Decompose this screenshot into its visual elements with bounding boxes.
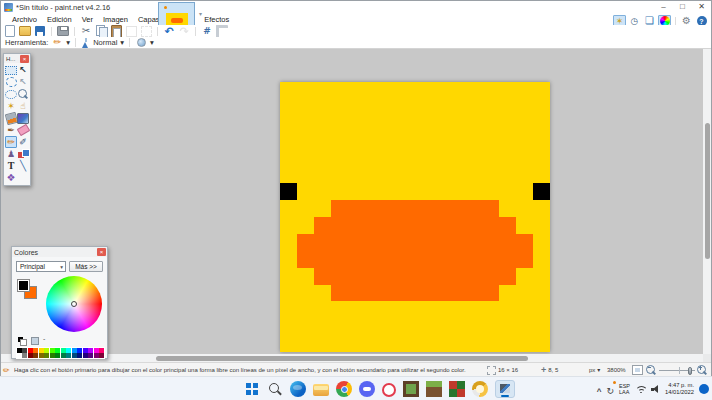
menu-item-ver[interactable]: Ver — [77, 14, 98, 25]
color-wheel-crosshair-icon[interactable] — [71, 301, 77, 307]
menu-item-archivo[interactable]: Archivo — [7, 14, 42, 25]
chrome-icon[interactable] — [336, 381, 352, 397]
color-mode-select[interactable]: Principal — [16, 261, 66, 272]
zoom-to-window-button[interactable] — [632, 363, 643, 377]
palette-swatch[interactable] — [72, 348, 77, 353]
palette-swatch[interactable] — [66, 353, 71, 358]
reset-colors-icon[interactable] — [18, 337, 27, 346]
palette-swatch[interactable] — [17, 348, 22, 353]
palette-swatch[interactable] — [28, 353, 33, 358]
color-wheel[interactable] — [46, 276, 102, 332]
drawing-canvas[interactable] — [280, 82, 550, 352]
palette-swatch[interactable] — [44, 348, 49, 353]
opera-icon[interactable] — [382, 383, 396, 397]
tiles-app-icon[interactable] — [449, 381, 465, 397]
palette-swatch[interactable] — [55, 348, 60, 353]
close-button[interactable]: ✕ — [692, 1, 711, 14]
zoom-out-button[interactable] — [646, 363, 657, 377]
palette-swatch[interactable] — [33, 353, 38, 358]
tool-move-selection[interactable] — [17, 76, 29, 88]
open-file-icon[interactable] — [19, 25, 31, 37]
palette-swatch[interactable] — [39, 353, 44, 358]
tools-panel-titlebar[interactable]: H... × — [4, 54, 30, 63]
cut-icon[interactable] — [80, 25, 92, 37]
blend-dropdown-caret-icon[interactable] — [120, 38, 124, 47]
wifi-icon[interactable] — [635, 385, 646, 393]
paste-icon[interactable] — [110, 25, 122, 37]
palette-swatch[interactable] — [44, 353, 49, 358]
zoom-slider-thumb[interactable] — [688, 367, 692, 375]
antialias-dropdown-caret-icon[interactable] — [150, 38, 154, 47]
tool-paintbrush[interactable] — [5, 124, 17, 136]
search-icon[interactable] — [267, 381, 283, 397]
vertical-scrollbar[interactable] — [703, 49, 711, 354]
palette-swatch[interactable] — [61, 348, 66, 353]
print-icon[interactable] — [57, 25, 69, 37]
palette-swatch[interactable] — [72, 353, 77, 358]
primary-color-swatch[interactable] — [17, 279, 30, 292]
document-list-caret-icon[interactable] — [199, 10, 202, 17]
tool-paint-bucket[interactable] — [5, 112, 17, 124]
palette-swatch[interactable] — [61, 353, 66, 358]
palette-swatch[interactable] — [22, 353, 27, 358]
palette-swatch[interactable] — [99, 353, 104, 358]
save-icon[interactable] — [34, 25, 46, 37]
palette-swatch[interactable] — [50, 348, 55, 353]
colors-panel-titlebar[interactable]: Colores × — [12, 247, 107, 257]
tray-overflow-chevron-icon[interactable] — [597, 380, 602, 398]
tool-pan[interactable] — [17, 100, 29, 112]
more-colors-button[interactable]: Más >> — [69, 261, 103, 272]
volume-icon[interactable] — [651, 385, 660, 393]
file-explorer-icon[interactable] — [313, 384, 329, 396]
palette-swatch[interactable] — [88, 353, 93, 358]
tool-dropdown-caret-icon[interactable] — [66, 38, 70, 47]
tool-color-picker[interactable] — [17, 136, 29, 148]
new-file-icon[interactable] — [4, 25, 16, 37]
palette-swatch[interactable] — [50, 353, 55, 358]
minecraft-icon[interactable] — [403, 381, 419, 397]
horizontal-scrollbar-thumb[interactable] — [156, 356, 528, 361]
tool-gradient[interactable] — [17, 112, 29, 124]
undo-icon[interactable] — [163, 25, 175, 37]
palette-swatch[interactable] — [99, 348, 104, 353]
hue-box-icon[interactable] — [31, 337, 39, 345]
palette-swatch[interactable] — [28, 348, 33, 353]
palette-swatch[interactable] — [94, 353, 99, 358]
palette-swatch[interactable] — [17, 353, 22, 358]
palette-swatch[interactable] — [39, 348, 44, 353]
tool-eraser[interactable] — [17, 124, 29, 136]
menu-item-edicion[interactable]: Edición — [42, 14, 77, 25]
notification-badge-icon[interactable] — [699, 384, 709, 394]
palette-swatch[interactable] — [88, 348, 93, 353]
grid-icon[interactable] — [201, 25, 213, 37]
zoom-slider[interactable] — [659, 363, 695, 377]
palette-swatch[interactable] — [22, 348, 27, 353]
palette-swatch[interactable] — [94, 348, 99, 353]
sync-tray-icon[interactable] — [606, 380, 614, 398]
clock[interactable]: 4:47 p. m. 14/01/2022 — [665, 382, 694, 396]
colors-panel-close-icon[interactable]: × — [97, 248, 106, 256]
edge-icon[interactable] — [290, 381, 306, 397]
document-tab[interactable] — [158, 2, 195, 27]
chrome-alt-icon[interactable] — [472, 381, 488, 397]
tool-rectangle-select[interactable] — [5, 64, 17, 76]
palette-swatch[interactable] — [77, 353, 82, 358]
vertical-scrollbar-thumb[interactable] — [705, 123, 710, 259]
minimize-button[interactable]: – — [654, 1, 673, 14]
copy-icon[interactable] — [95, 25, 107, 37]
current-tool-pencil-icon[interactable] — [51, 37, 63, 49]
tool-ellipse-select[interactable] — [5, 88, 17, 100]
tool-line-curve[interactable] — [17, 160, 29, 172]
discord-icon[interactable] — [359, 381, 375, 397]
palette-swatch[interactable] — [55, 353, 60, 358]
blend-mode-value[interactable]: Normal — [93, 38, 117, 47]
zoom-in-button[interactable] — [697, 363, 708, 377]
palette-swatch[interactable] — [77, 348, 82, 353]
maximize-button[interactable]: □ — [673, 1, 692, 14]
language-indicator[interactable]: ESP LAA — [619, 383, 630, 396]
unit-dropdown[interactable]: px — [589, 363, 600, 377]
palette-swatch[interactable] — [83, 348, 88, 353]
paintnet-icon[interactable] — [495, 380, 515, 398]
zoom-level[interactable]: 3800% — [607, 363, 626, 377]
rulers-icon[interactable] — [216, 25, 228, 37]
